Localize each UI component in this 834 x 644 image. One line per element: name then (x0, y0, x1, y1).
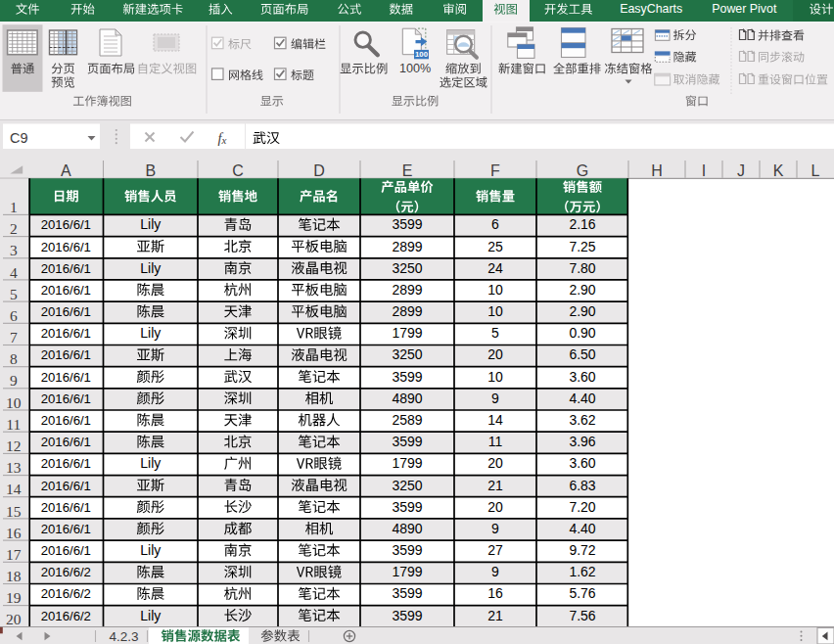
svg-text:F: F (490, 162, 500, 179)
svg-text:E: E (402, 162, 413, 179)
svg-text:14: 14 (6, 481, 22, 497)
svg-text:6: 6 (10, 307, 18, 324)
svg-text:Lily: Lily (140, 325, 161, 341)
svg-text:Lily: Lily (140, 608, 161, 623)
svg-text:2016/6/1: 2016/6/1 (41, 500, 91, 515)
svg-text:16: 16 (487, 585, 503, 601)
svg-text:3.60: 3.60 (569, 455, 595, 471)
svg-text:2016/6/1: 2016/6/1 (41, 413, 91, 428)
svg-text:1799: 1799 (392, 325, 422, 341)
svg-text:7.20: 7.20 (569, 499, 595, 515)
svg-text:4.40: 4.40 (569, 521, 595, 536)
svg-text:2016/6/1: 2016/6/1 (41, 240, 91, 254)
svg-text:3250: 3250 (392, 346, 422, 362)
svg-text:2899: 2899 (392, 239, 422, 254)
svg-text:20: 20 (487, 455, 503, 471)
svg-text:Lily: Lily (140, 260, 161, 276)
svg-text:19: 19 (6, 589, 22, 606)
svg-text:27: 27 (487, 542, 503, 558)
svg-text:2016/6/1: 2016/6/1 (41, 522, 91, 536)
svg-text:3250: 3250 (392, 260, 422, 276)
svg-text:4: 4 (10, 264, 18, 281)
svg-text:21: 21 (487, 478, 503, 493)
svg-text:9: 9 (491, 521, 499, 536)
svg-text:3: 3 (10, 242, 18, 258)
svg-text:2016/6/1: 2016/6/1 (41, 391, 91, 406)
svg-text:5: 5 (10, 286, 18, 302)
svg-text:20: 20 (487, 346, 503, 362)
svg-text:2016/6/1: 2016/6/1 (41, 326, 91, 341)
svg-text:3.62: 3.62 (569, 412, 595, 428)
svg-text:1799: 1799 (392, 564, 422, 579)
svg-text:H: H (651, 162, 663, 179)
svg-text:EasyCharts: EasyCharts (620, 2, 682, 16)
svg-text:7.80: 7.80 (569, 260, 595, 276)
svg-text:18: 18 (6, 568, 22, 584)
svg-text:6.83: 6.83 (569, 478, 595, 493)
svg-text:7: 7 (10, 329, 18, 345)
svg-text:2.90: 2.90 (569, 303, 595, 319)
svg-text:9.72: 9.72 (569, 542, 595, 558)
svg-text:2: 2 (10, 220, 18, 237)
svg-text:3.60: 3.60 (569, 369, 595, 385)
svg-text:2016/6/2: 2016/6/2 (41, 609, 91, 623)
svg-text:100: 100 (415, 50, 429, 59)
svg-text:J: J (737, 162, 745, 179)
svg-text:20: 20 (487, 499, 503, 515)
svg-text:3250: 3250 (392, 478, 422, 493)
svg-text:15: 15 (6, 503, 22, 520)
svg-text:2589: 2589 (392, 412, 422, 428)
svg-text:8: 8 (10, 350, 18, 367)
svg-text:24: 24 (487, 260, 503, 276)
svg-text:3599: 3599 (392, 499, 422, 515)
svg-text:6: 6 (491, 216, 499, 232)
svg-text:9: 9 (10, 372, 18, 389)
svg-text:11: 11 (488, 434, 503, 449)
svg-text:Power Pivot: Power Pivot (712, 2, 777, 16)
svg-text:3599: 3599 (392, 369, 422, 385)
svg-text:2016/6/1: 2016/6/1 (41, 283, 91, 298)
svg-text:Lily: Lily (140, 216, 161, 232)
svg-text:3599: 3599 (392, 434, 422, 449)
svg-text:4.2.3: 4.2.3 (109, 629, 138, 644)
svg-text:2016/6/1: 2016/6/1 (41, 435, 91, 449)
svg-text:17: 17 (6, 546, 22, 563)
svg-text:16: 16 (6, 525, 22, 541)
svg-text:7.56: 7.56 (569, 608, 595, 623)
svg-text:2016/6/1: 2016/6/1 (41, 370, 91, 385)
svg-text:3599: 3599 (392, 585, 422, 601)
svg-text:2016/6/2: 2016/6/2 (41, 565, 91, 579)
svg-text:2016/6/1: 2016/6/1 (41, 479, 91, 493)
svg-text:12: 12 (6, 437, 22, 454)
svg-text:2016/6/2: 2016/6/2 (41, 586, 91, 601)
svg-text:K: K (773, 162, 784, 179)
svg-text:10: 10 (487, 303, 503, 319)
svg-text:11: 11 (6, 416, 21, 433)
svg-text:4890: 4890 (392, 521, 422, 536)
svg-text:20: 20 (6, 611, 22, 627)
svg-text:G: G (577, 162, 588, 179)
svg-text:1799: 1799 (392, 455, 422, 471)
svg-text:1: 1 (10, 199, 18, 215)
svg-text:Lily: Lily (140, 455, 161, 471)
svg-text:10: 10 (487, 282, 503, 298)
svg-text:5.76: 5.76 (569, 585, 595, 601)
svg-text:9: 9 (491, 391, 499, 406)
svg-text:3599: 3599 (392, 542, 422, 558)
svg-text:1.62: 1.62 (569, 564, 595, 579)
svg-text:2016/6/1: 2016/6/1 (41, 347, 91, 362)
svg-text:2016/6/1: 2016/6/1 (41, 217, 91, 232)
svg-text:L: L (811, 162, 820, 179)
svg-text:0.90: 0.90 (569, 325, 595, 341)
svg-text:2016/6/1: 2016/6/1 (41, 261, 91, 276)
svg-text:D: D (313, 162, 325, 179)
svg-text:4.40: 4.40 (569, 391, 595, 406)
svg-text:I: I (702, 162, 706, 179)
svg-text:13: 13 (6, 459, 22, 476)
svg-text:4890: 4890 (392, 391, 422, 406)
svg-text:2016/6/1: 2016/6/1 (41, 304, 91, 319)
svg-text:21: 21 (487, 608, 503, 623)
svg-text:3.96: 3.96 (569, 434, 595, 449)
svg-text:10: 10 (487, 369, 503, 385)
svg-text:5: 5 (491, 325, 499, 341)
